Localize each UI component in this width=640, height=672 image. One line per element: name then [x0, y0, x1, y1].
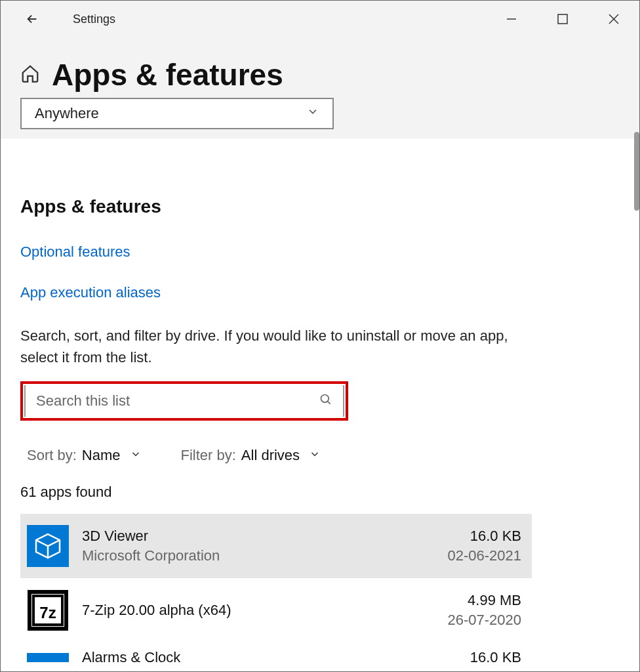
filter-label: Filter by:: [181, 447, 236, 464]
window-title: Settings: [73, 12, 115, 26]
sort-label: Sort by:: [27, 447, 77, 464]
search-input[interactable]: [36, 392, 273, 410]
title-bar: Settings: [1, 1, 639, 37]
app-name: Alarms & Clock: [82, 649, 180, 666]
svg-point-4: [321, 395, 329, 403]
search-highlight-box: [20, 381, 348, 421]
apps-count-text: 61 apps found: [20, 484, 620, 501]
page-title: Apps & features: [52, 57, 283, 93]
scrollbar-thumb[interactable]: [634, 132, 639, 211]
close-button[interactable]: [588, 1, 639, 37]
app-size: 16.0 KB: [470, 649, 521, 666]
section-description: Search, sort, and filter by drive. If yo…: [20, 325, 519, 368]
app-row[interactable]: 7z 7-Zip 20.00 alpha (x64) 4.99 MB 26-07…: [20, 578, 532, 642]
install-source-dropdown[interactable]: Anywhere: [20, 98, 334, 129]
sort-value: Name: [82, 447, 121, 464]
app-publisher: Microsoft Corporation: [82, 547, 447, 564]
filter-by-control[interactable]: Filter by: All drives: [181, 447, 321, 464]
svg-text:7z: 7z: [39, 604, 56, 621]
app-icon-partial: [27, 653, 69, 662]
content-area: Apps & features Optional features App ex…: [1, 138, 639, 671]
home-icon[interactable]: [20, 64, 40, 86]
chevron-down-icon: [309, 447, 321, 464]
optional-features-link[interactable]: Optional features: [20, 243, 620, 261]
svg-line-5: [328, 402, 330, 404]
app-name: 7-Zip 20.00 alpha (x64): [82, 602, 447, 619]
chevron-down-icon: [306, 105, 319, 122]
chevron-down-icon: [130, 447, 142, 464]
window-controls: [486, 1, 639, 37]
section-heading: Apps & features: [20, 196, 620, 217]
search-icon: [319, 393, 332, 409]
filter-value: All drives: [241, 447, 300, 464]
app-row[interactable]: 3D Viewer Microsoft Corporation 16.0 KB …: [20, 514, 532, 578]
app-name: 3D Viewer: [82, 528, 447, 545]
app-row-partial[interactable]: Alarms & Clock 16.0 KB: [20, 642, 532, 666]
app-size: 16.0 KB: [447, 528, 521, 545]
app-execution-aliases-link[interactable]: App execution aliases: [20, 284, 620, 301]
dropdown-value: Anywhere: [35, 105, 99, 122]
maximize-button[interactable]: [537, 1, 588, 37]
minimize-button[interactable]: [486, 1, 537, 37]
7z-icon: 7z: [27, 589, 69, 631]
svg-rect-1: [558, 14, 567, 24]
back-button[interactable]: [19, 6, 45, 32]
search-box[interactable]: [24, 385, 344, 417]
cube-icon: [27, 525, 69, 567]
app-date: 02-06-2021: [447, 547, 521, 564]
app-date: 26-07-2020: [447, 612, 521, 629]
sort-filter-row: Sort by: Name Filter by: All drives: [20, 447, 620, 464]
app-list: 3D Viewer Microsoft Corporation 16.0 KB …: [20, 514, 532, 642]
app-size: 4.99 MB: [447, 592, 521, 609]
header-area: Apps & features Anywhere: [1, 37, 639, 138]
sort-by-control[interactable]: Sort by: Name: [27, 447, 142, 464]
